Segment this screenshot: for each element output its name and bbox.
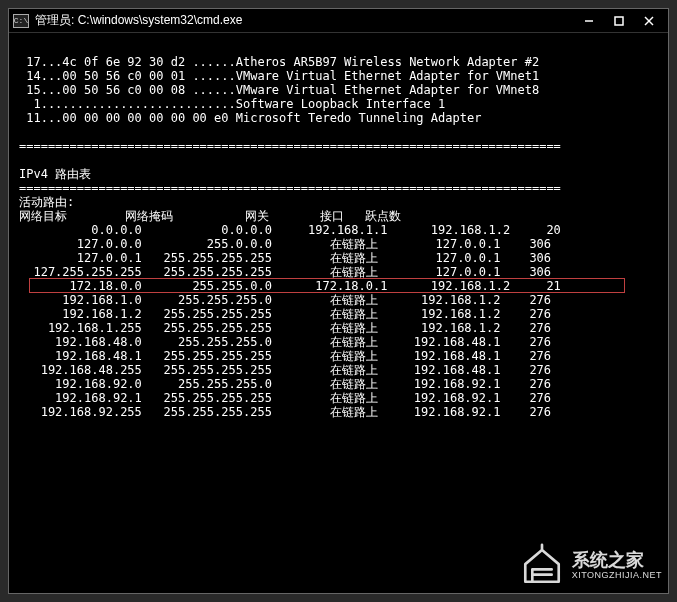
adapter-row: 11...00 00 00 00 00 00 00 e0 Microsoft T…	[19, 111, 658, 125]
cmd-icon-label: C:\	[14, 16, 28, 25]
minimize-button[interactable]	[574, 10, 604, 32]
adapter-row: 17...4c 0f 6e 92 30 d2 ......Atheros AR5…	[19, 55, 658, 69]
watermark-main: 系统之家	[572, 550, 662, 570]
route-row: 192.168.48.1 255.255.255.255 在链路上 192.16…	[19, 349, 658, 363]
adapter-row: 15...00 50 56 c0 00 08 ......VMware Virt…	[19, 83, 658, 97]
route-row: 192.168.48.0 255.255.255.0 在链路上 192.168.…	[19, 335, 658, 349]
route-row: 127.0.0.1 255.255.255.255 在链路上 127.0.0.1…	[19, 251, 658, 265]
route-row: 0.0.0.0 0.0.0.0 192.168.1.1 192.168.1.2 …	[19, 223, 658, 237]
route-row: 192.168.92.0 255.255.255.0 在链路上 192.168.…	[19, 377, 658, 391]
active-routes-label: 活动路由:	[19, 195, 74, 209]
terminal-output[interactable]: 17...4c 0f 6e 92 30 d2 ......Atheros AR5…	[9, 33, 668, 455]
watermark: 系统之家 XITONGZHIJIA.NET	[520, 543, 662, 587]
header-dest: 网络目标	[19, 209, 67, 223]
route-row: 192.168.48.255 255.255.255.255 在链路上 192.…	[19, 363, 658, 377]
cmd-window: C:\ 管理员: C:\windows\system32\cmd.exe 17.…	[8, 8, 669, 594]
route-row: 192.168.92.255 255.255.255.255 在链路上 192.…	[19, 405, 658, 419]
route-row: 127.0.0.0 255.0.0.0 在链路上 127.0.0.1 306	[19, 237, 658, 251]
divider-line: ========================================…	[19, 139, 561, 153]
route-row: 192.168.1.0 255.255.255.0 在链路上 192.168.1…	[19, 293, 658, 307]
adapter-row: 14...00 50 56 c0 00 01 ......VMware Virt…	[19, 69, 658, 83]
watermark-sub: XITONGZHIJIA.NET	[572, 570, 662, 581]
adapter-row: 1...........................Software Loo…	[19, 97, 658, 111]
route-row: 127.255.255.255 255.255.255.255 在链路上 127…	[19, 265, 658, 279]
cmd-icon: C:\	[13, 14, 29, 28]
header-metric: 跃点数	[365, 209, 401, 223]
window-title: 管理员: C:\windows\system32\cmd.exe	[35, 12, 574, 29]
svg-rect-1	[615, 17, 623, 25]
titlebar[interactable]: C:\ 管理员: C:\windows\system32\cmd.exe	[9, 9, 668, 33]
route-table: 0.0.0.0 0.0.0.0 192.168.1.1 192.168.1.2 …	[19, 223, 658, 419]
maximize-button[interactable]	[604, 10, 634, 32]
adapter-list: 17...4c 0f 6e 92 30 d2 ......Atheros AR5…	[19, 55, 658, 125]
house-icon	[520, 543, 564, 587]
route-row: 192.168.1.255 255.255.255.255 在链路上 192.1…	[19, 321, 658, 335]
header-iface: 接口	[320, 209, 344, 223]
divider-line: ========================================…	[19, 181, 561, 195]
route-row: 172.18.0.0 255.255.0.0 172.18.0.1 192.16…	[19, 279, 658, 293]
route-row: 192.168.92.1 255.255.255.255 在链路上 192.16…	[19, 391, 658, 405]
section-title: IPv4 路由表	[19, 167, 91, 181]
header-gateway: 网关	[245, 209, 269, 223]
header-mask: 网络掩码	[125, 209, 173, 223]
window-controls	[574, 10, 664, 32]
route-row: 192.168.1.2 255.255.255.255 在链路上 192.168…	[19, 307, 658, 321]
close-button[interactable]	[634, 10, 664, 32]
watermark-text: 系统之家 XITONGZHIJIA.NET	[572, 550, 662, 581]
